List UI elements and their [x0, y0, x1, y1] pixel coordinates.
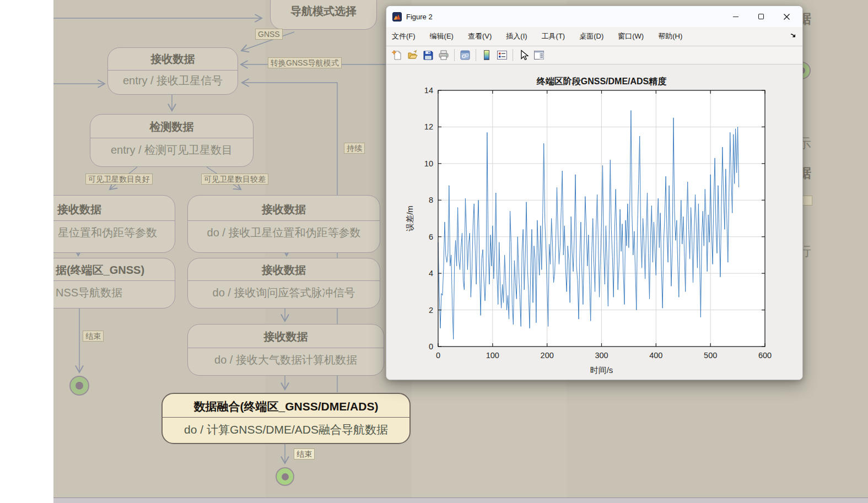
state-node-receive-left[interactable]: 接收数据 星位置和伪距等参数 — [53, 195, 175, 253]
svg-text:600: 600 — [758, 351, 772, 360]
close-icon — [783, 13, 790, 20]
svg-text:12: 12 — [424, 122, 433, 131]
state-body: entry / 接收卫星信号 — [108, 71, 238, 88]
state-body: entry / 检测可见卫星数目 — [90, 138, 253, 158]
state-title: 检测数据 — [90, 115, 253, 138]
cursor-arrow-icon — [518, 50, 529, 61]
state-body: 星位置和伪距等参数 — [53, 221, 175, 240]
svg-text:4: 4 — [429, 269, 433, 278]
svg-text:误差/m: 误差/m — [405, 205, 414, 231]
print-figure-button[interactable] — [436, 48, 451, 63]
svg-text:200: 200 — [541, 351, 554, 360]
printer-icon — [438, 50, 449, 61]
menu-tools[interactable]: 工具(T) — [542, 31, 565, 41]
svg-text:500: 500 — [704, 351, 717, 360]
window-title: Figure 2 — [406, 13, 723, 21]
minimize-icon — [732, 13, 739, 20]
state-node-fusion-left[interactable]: 据(终端区_GNSS) NSS导航数据 — [53, 258, 175, 309]
error-line-chart[interactable]: 010020030040050060002468101214终端区阶段GNSS/… — [386, 64, 802, 380]
state-node-data-fusion[interactable]: 数据融合(终端区_GNSS/DME/ADS) do / 计算GNSS/DME/A… — [161, 393, 411, 444]
edit-plot-button[interactable] — [516, 48, 531, 63]
legend-icon — [497, 50, 508, 61]
new-figure-icon — [392, 50, 403, 61]
menu-file[interactable]: 文件(F) — [392, 31, 416, 41]
menu-bar: 文件(F) 编辑(E) 查看(V) 插入(I) 工具(T) 桌面(D) 窗口(W… — [386, 27, 802, 46]
state-title: 接收数据 — [188, 196, 380, 220]
colorbar-icon — [481, 50, 492, 61]
svg-text:300: 300 — [595, 351, 608, 360]
new-figure-button[interactable] — [390, 48, 405, 63]
figure-toolbar — [386, 46, 802, 64]
svg-text:14: 14 — [424, 86, 433, 95]
state-body: do / 接收询问应答式脉冲信号 — [188, 281, 380, 300]
transition-label-persist: 持续 — [344, 143, 365, 154]
svg-text:0: 0 — [429, 342, 433, 351]
minimize-button[interactable] — [723, 6, 748, 27]
transition-label-sat-good: 可见卫星数目良好 — [85, 174, 153, 185]
menu-desktop[interactable]: 桌面(D) — [579, 31, 603, 41]
state-title: 据(终端区_GNSS) — [53, 258, 175, 280]
menu-edit[interactable]: 编辑(E) — [430, 31, 454, 41]
state-title: 接收数据 — [53, 196, 175, 220]
state-node-nav-mode[interactable]: 导航模式选择 — [270, 0, 377, 30]
insert-legend-button[interactable] — [494, 48, 510, 63]
link-plot-icon — [460, 50, 471, 61]
maximize-button[interactable] — [748, 6, 774, 27]
transition-label-end-bottom: 结束 — [294, 448, 315, 459]
state-body: do / 接收卫星位置和伪距等参数 — [188, 221, 380, 240]
state-node-receive-air[interactable]: 接收数据 do / 接收大气数据计算机数据 — [187, 324, 384, 376]
toolbar-separator — [454, 49, 455, 61]
matlab-app-icon — [392, 12, 402, 21]
state-body: NSS导航数据 — [53, 281, 175, 300]
final-state-dot — [76, 382, 83, 390]
toolbar-separator — [476, 49, 476, 61]
transition-label-end-left: 结束 — [83, 331, 104, 342]
menu-insert[interactable]: 插入(I) — [506, 31, 527, 41]
save-figure-button[interactable] — [420, 48, 436, 63]
svg-text:8: 8 — [429, 196, 433, 204]
insert-colorbar-button[interactable] — [479, 48, 494, 63]
svg-text:400: 400 — [649, 351, 662, 360]
state-title: 接收数据 — [188, 258, 380, 280]
save-icon — [423, 50, 434, 61]
state-title: 接收数据 — [108, 48, 238, 70]
menu-view[interactable]: 查看(V) — [468, 31, 492, 41]
state-body: do / 计算GNSS/DME/ADS融合导航数据 — [163, 418, 409, 437]
dock-arrow-icon — [789, 31, 797, 39]
property-inspector-button[interactable] — [531, 48, 547, 63]
state-title: 数据融合(终端区_GNSS/DME/ADS) — [163, 394, 409, 417]
window-titlebar[interactable]: Figure 2 — [386, 6, 802, 27]
state-node-detect[interactable]: 检测数据 entry / 检测可见卫星数目 — [90, 114, 254, 167]
svg-text:时间/s: 时间/s — [590, 365, 613, 375]
matlab-figure-window: Figure 2 文件(F) 编辑(E) 查看(V) 插入(I) 工具(T) 桌… — [386, 6, 803, 380]
svg-text:100: 100 — [486, 351, 499, 360]
dock-figure-button[interactable] — [789, 31, 797, 41]
final-state-bottom[interactable] — [276, 467, 294, 486]
svg-text:6: 6 — [429, 232, 433, 241]
transition-label-switch-mode: 转换GNSS导航模式 — [268, 57, 342, 68]
menu-help[interactable]: 帮助(H) — [658, 31, 682, 41]
transition-label-sat-bad: 可见卫星数目较差 — [201, 174, 268, 185]
final-state-left[interactable] — [69, 376, 89, 396]
state-title: 接收数据 — [188, 324, 384, 348]
svg-text:终端区阶段GNSS/DME/ADS精度: 终端区阶段GNSS/DME/ADS精度 — [536, 76, 667, 86]
state-node-receive-right-2[interactable]: 接收数据 do / 接收询问应答式脉冲信号 — [187, 258, 380, 309]
toolbar-separator — [513, 49, 513, 61]
link-plot-button[interactable] — [457, 48, 473, 63]
svg-text:2: 2 — [429, 306, 433, 315]
svg-text:10: 10 — [424, 159, 433, 168]
svg-text:0: 0 — [436, 351, 440, 360]
close-button[interactable] — [774, 6, 799, 27]
open-file-button[interactable] — [405, 48, 420, 63]
state-node-receive-right-1[interactable]: 接收数据 do / 接收卫星位置和伪距等参数 — [187, 195, 380, 253]
transition-label-gnss: GNSS — [255, 29, 283, 40]
state-node-receive-signal[interactable]: 接收数据 entry / 接收卫星信号 — [107, 47, 238, 95]
property-inspector-icon — [533, 50, 544, 61]
open-folder-icon — [407, 50, 418, 61]
horizontal-scrollbar[interactable] — [53, 497, 868, 503]
figure-canvas: 010020030040050060002468101214终端区阶段GNSS/… — [386, 64, 802, 380]
menu-window[interactable]: 窗口(W) — [618, 31, 644, 41]
state-body: do / 接收大气数据计算机数据 — [188, 348, 384, 367]
state-title: 导航模式选择 — [271, 0, 376, 13]
maximize-icon — [758, 13, 764, 20]
